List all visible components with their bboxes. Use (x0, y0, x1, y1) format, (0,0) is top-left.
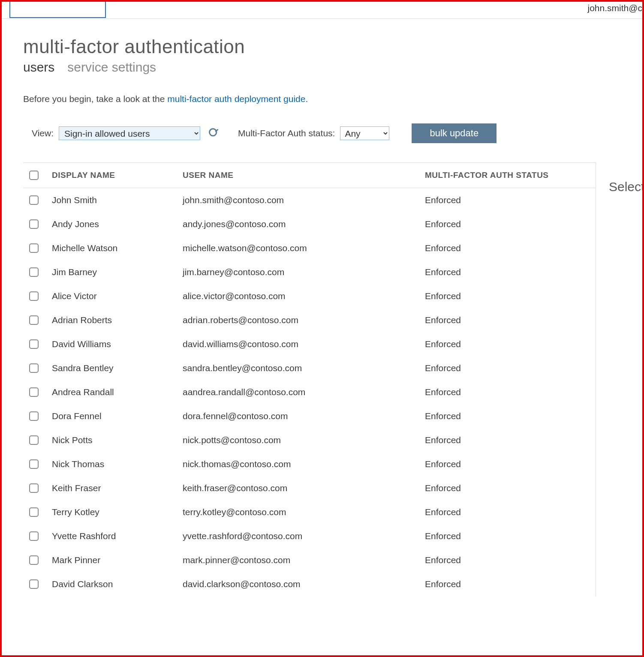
cell-mfa-status: Enforced (425, 531, 596, 541)
deployment-guide-link[interactable]: multi-factor auth deployment guide. (167, 94, 308, 104)
row-checkbox[interactable] (29, 243, 39, 253)
row-checkbox[interactable] (29, 339, 39, 349)
cell-display-name: Alice Victor (52, 291, 183, 301)
cell-mfa-status: Enforced (425, 435, 596, 445)
tab-users[interactable]: users (23, 60, 54, 75)
table-row[interactable]: Nick Pottsnick.potts@contoso.comEnforced (23, 428, 596, 452)
row-checkbox[interactable] (29, 579, 39, 589)
cell-display-name: Mark Pinner (52, 555, 183, 565)
table-row[interactable]: John Smithjohn.smith@contoso.comEnforced (23, 188, 596, 212)
table-row[interactable]: Andrea Randallaandrea.randall@contoso.co… (23, 380, 596, 404)
view-label: View: (32, 128, 54, 138)
row-checkbox[interactable] (29, 363, 39, 373)
cell-mfa-status: Enforced (425, 579, 596, 589)
column-user-name[interactable]: USER NAME (183, 171, 425, 180)
cell-user-name: michelle.watson@contoso.com (183, 243, 425, 253)
cell-display-name: Jim Barney (52, 267, 183, 277)
cell-user-name: mark.pinner@contoso.com (183, 555, 425, 565)
cell-mfa-status: Enforced (425, 555, 596, 565)
cell-user-name: sandra.bentley@contoso.com (183, 363, 425, 373)
signed-in-user: john.smith@c (587, 2, 642, 13)
table-row[interactable]: David Williamsdavid.williams@contoso.com… (23, 332, 596, 356)
table-row[interactable]: Mark Pinnermark.pinner@contoso.comEnforc… (23, 548, 596, 572)
row-checkbox[interactable] (29, 411, 39, 421)
cell-display-name: Keith Fraser (52, 483, 183, 493)
cell-mfa-status: Enforced (425, 315, 596, 325)
table-row[interactable]: Nick Thomasnick.thomas@contoso.comEnforc… (23, 452, 596, 476)
status-select[interactable]: Any (340, 126, 389, 140)
cell-mfa-status: Enforced (425, 459, 596, 469)
cell-display-name: Sandra Bentley (52, 363, 183, 373)
cell-user-name: terry.kotley@contoso.com (183, 507, 425, 517)
view-select[interactable]: Sign-in allowed users (59, 126, 200, 140)
cell-mfa-status: Enforced (425, 387, 596, 397)
bulk-update-button[interactable]: bulk update (412, 123, 497, 143)
column-mfa-status[interactable]: MULTI-FACTOR AUTH STATUS (425, 171, 596, 180)
cell-display-name: Yvette Rashford (52, 531, 183, 541)
row-checkbox[interactable] (29, 531, 39, 541)
cell-display-name: Andy Jones (52, 219, 183, 229)
cell-user-name: john.smith@contoso.com (183, 195, 425, 205)
cell-display-name: David Clarkson (52, 579, 183, 589)
table-row[interactable]: Dora Fenneldora.fennel@contoso.comEnforc… (23, 404, 596, 428)
cell-display-name: Nick Potts (52, 435, 183, 445)
table-row[interactable]: Adrian Robertsadrian.roberts@contoso.com… (23, 308, 596, 332)
users-table: DISPLAY NAME USER NAME MULTI-FACTOR AUTH… (23, 162, 596, 596)
cell-mfa-status: Enforced (425, 219, 596, 229)
table-row[interactable]: Yvette Rashfordyvette.rashford@contoso.c… (23, 524, 596, 548)
cell-mfa-status: Enforced (425, 363, 596, 373)
cell-mfa-status: Enforced (425, 411, 596, 421)
cell-mfa-status: Enforced (425, 267, 596, 277)
page-title: multi-factor authentication (23, 36, 642, 57)
row-checkbox[interactable] (29, 387, 39, 397)
svg-point-0 (209, 129, 216, 136)
row-checkbox[interactable] (29, 483, 39, 493)
cell-mfa-status: Enforced (425, 243, 596, 253)
cell-mfa-status: Enforced (425, 291, 596, 301)
table-row[interactable]: Jim Barneyjim.barney@contoso.comEnforced (23, 260, 596, 284)
cell-display-name: John Smith (52, 195, 183, 205)
status-label: Multi-Factor Auth status: (238, 128, 335, 138)
intro-text: Before you begin, take a look at the mul… (23, 94, 642, 104)
row-checkbox[interactable] (29, 195, 39, 205)
table-row[interactable]: Andy Jonesandy.jones@contoso.comEnforced (23, 212, 596, 236)
top-tab[interactable] (9, 2, 106, 18)
row-checkbox[interactable] (29, 435, 39, 445)
cell-user-name: alice.victor@contoso.com (183, 291, 425, 301)
column-display-name[interactable]: DISPLAY NAME (52, 171, 183, 180)
cell-display-name: Michelle Watson (52, 243, 183, 253)
cell-mfa-status: Enforced (425, 195, 596, 205)
cell-user-name: david.williams@contoso.com (183, 339, 425, 349)
table-row[interactable]: Keith Fraserkeith.fraser@contoso.comEnfo… (23, 476, 596, 500)
cell-display-name: David Williams (52, 339, 183, 349)
cell-user-name: keith.fraser@contoso.com (183, 483, 425, 493)
cell-display-name: Nick Thomas (52, 459, 183, 469)
search-icon[interactable] (208, 127, 220, 139)
cell-user-name: nick.thomas@contoso.com (183, 459, 425, 469)
row-checkbox[interactable] (29, 291, 39, 301)
cell-display-name: Dora Fennel (52, 411, 183, 421)
cell-display-name: Adrian Roberts (52, 315, 183, 325)
cell-user-name: aandrea.randall@contoso.com (183, 387, 425, 397)
select-all-checkbox[interactable] (29, 171, 39, 180)
row-checkbox[interactable] (29, 555, 39, 565)
row-checkbox[interactable] (29, 267, 39, 277)
cell-user-name: jim.barney@contoso.com (183, 267, 425, 277)
cell-user-name: dora.fennel@contoso.com (183, 411, 425, 421)
cell-user-name: nick.potts@contoso.com (183, 435, 425, 445)
row-checkbox[interactable] (29, 507, 39, 517)
table-row[interactable]: Terry Kotleyterry.kotley@contoso.comEnfo… (23, 500, 596, 524)
tab-service-settings[interactable]: service settings (67, 60, 156, 75)
table-row[interactable]: Michelle Watsonmichelle.watson@contoso.c… (23, 236, 596, 260)
cell-user-name: yvette.rashford@contoso.com (183, 531, 425, 541)
side-panel-text: Select (609, 180, 644, 194)
row-checkbox[interactable] (29, 459, 39, 469)
cell-display-name: Terry Kotley (52, 507, 183, 517)
table-row[interactable]: Alice Victoralice.victor@contoso.comEnfo… (23, 284, 596, 308)
row-checkbox[interactable] (29, 219, 39, 229)
table-row[interactable]: Sandra Bentleysandra.bentley@contoso.com… (23, 356, 596, 380)
side-panel: Select (596, 162, 644, 596)
cell-display-name: Andrea Randall (52, 387, 183, 397)
row-checkbox[interactable] (29, 315, 39, 325)
table-row[interactable]: David Clarksondavid.clarkson@contoso.com… (23, 572, 596, 596)
